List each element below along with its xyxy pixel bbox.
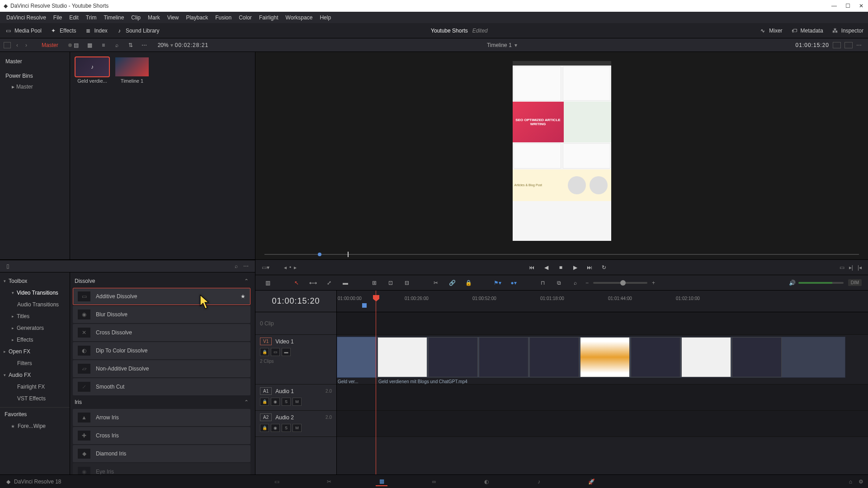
menu-item[interactable]: Color [235, 13, 255, 23]
track-enable-icon[interactable]: ▬ [282, 348, 291, 356]
menu-item[interactable]: Help [316, 13, 335, 23]
dynamic-trim-tool[interactable]: ⤢ [323, 278, 335, 288]
transition-cross-dissolve[interactable]: ✕Cross Dissolve [73, 324, 250, 341]
menu-item[interactable]: Mark [144, 13, 164, 23]
clip-item[interactable]: Timeline 1 [115, 57, 149, 84]
stop-button[interactable]: ■ [557, 263, 565, 272]
track-tag[interactable]: A2 [260, 413, 272, 421]
loop-button[interactable]: ↻ [600, 263, 608, 272]
viewer-scrubber[interactable] [255, 249, 868, 259]
marker-dot-icon[interactable]: • [289, 264, 291, 271]
overwrite-clip-icon[interactable]: ⊡ [385, 278, 396, 288]
minimize-button[interactable]: — [831, 3, 837, 9]
metadata-toggle[interactable]: 🏷Metadata [791, 27, 823, 34]
effects-toggle[interactable]: ✦Effects [50, 27, 76, 34]
category-fairlightfx[interactable]: Fairlight FX [0, 381, 70, 393]
volume-control[interactable]: 🔊 [789, 280, 844, 286]
maximize-button[interactable]: ☐ [844, 3, 851, 9]
category-generators[interactable]: Generators [0, 322, 70, 334]
track-mute-icon[interactable]: M [292, 398, 302, 406]
transition-dip-to-color[interactable]: ◐Dip To Color Dissolve [73, 342, 250, 359]
viewer-more-icon[interactable]: ⋯ [856, 42, 862, 48]
audio-track-header[interactable]: A1Audio 12.0 🔒◉SM [255, 385, 336, 411]
play-reverse-button[interactable]: ◀ [542, 263, 550, 272]
video-track-header[interactable]: V1Video 1 🔒▭▬ 2 Clips [255, 335, 336, 385]
favorite-star-icon[interactable]: ★ [241, 293, 245, 300]
link-selection-icon[interactable]: ⧉ [553, 278, 565, 288]
play-button[interactable]: ▶ [571, 263, 579, 272]
zoom-in-icon[interactable]: + [652, 280, 655, 286]
track-solo-icon[interactable]: S [282, 398, 291, 406]
flag-icon[interactable]: ⚑▾ [491, 278, 503, 288]
transition-cross-iris[interactable]: ✚Cross Iris [73, 427, 250, 444]
category-filters[interactable]: Filters [0, 357, 70, 369]
step-in-icon[interactable]: |◂ [858, 264, 862, 271]
collapse-icon[interactable]: ⌃ [244, 399, 249, 405]
transition-blur-dissolve[interactable]: ◉Blur Dissolve [73, 306, 250, 323]
sort-icon[interactable]: ⇅ [126, 42, 135, 49]
menu-item[interactable]: File [50, 13, 66, 23]
track-arm-icon[interactable]: ◉ [271, 398, 280, 406]
category-vstfx[interactable]: VST Effects [0, 393, 70, 404]
menu-item[interactable]: DaVinci Resolve [3, 13, 50, 23]
transition-smooth-cut[interactable]: ⟋Smooth Cut [73, 378, 250, 395]
video-track[interactable]: Geld ver... Geld verdienen mit Blogs und… [337, 335, 868, 385]
timeline-name[interactable]: Timeline 1 [487, 42, 512, 48]
track-tag[interactable]: A1 [260, 387, 272, 395]
playhead-marker[interactable] [348, 252, 349, 257]
marker-icon[interactable]: ●▾ [508, 278, 519, 288]
view-thumb-icon[interactable]: ▦ [85, 42, 94, 49]
menu-item[interactable]: View [164, 13, 183, 23]
panel-layout-icon[interactable]: ▯ [4, 263, 12, 269]
track-lock-icon[interactable]: 🔒 [260, 348, 269, 356]
menu-item[interactable]: Fusion [212, 13, 235, 23]
clip-item[interactable]: ♪ Geld verdie... [75, 57, 109, 84]
category-effects[interactable]: Effects [0, 334, 70, 346]
zoom-dropdown-icon[interactable]: ▾ [169, 42, 175, 48]
viewer-option-icon[interactable] [833, 42, 841, 48]
step-out-icon[interactable]: ▸| [849, 264, 853, 271]
dim-button[interactable]: DIM [848, 279, 862, 286]
menu-item[interactable]: Clip [127, 13, 144, 23]
audio-track[interactable] [337, 411, 868, 437]
lock-icon[interactable]: 🔒 [462, 278, 474, 288]
transition-arrow-iris[interactable]: ▲Arrow Iris [73, 409, 250, 426]
menu-item[interactable]: Playback [182, 13, 212, 23]
view-list-icon[interactable]: ▤ [72, 42, 81, 49]
viewer-zoom[interactable]: 20% [158, 42, 169, 48]
breadcrumb-master[interactable]: Master [33, 42, 65, 48]
menu-item[interactable]: Workspace [282, 13, 316, 23]
category-video-transitions[interactable]: Video Transitions [0, 287, 70, 299]
out-overlay-icon[interactable]: ▭ [840, 264, 844, 271]
track-solo-icon[interactable]: S [282, 424, 291, 432]
video-clip[interactable] [337, 337, 377, 378]
more-icon[interactable]: ⋯ [140, 42, 149, 49]
fusion-page[interactable]: ∞ [428, 477, 440, 486]
in-point-marker[interactable] [318, 253, 321, 256]
timeline-playhead[interactable] [376, 291, 376, 474]
in-point[interactable] [362, 303, 367, 308]
track-lock-icon[interactable]: 🔒 [260, 398, 269, 406]
fx-group-header[interactable]: Iris⌃ [73, 396, 250, 408]
blade-all-icon[interactable]: ✂ [430, 278, 442, 288]
fx-group-header[interactable]: Dissolve⌃ [73, 275, 250, 287]
power-bin-master[interactable]: ▸Master [4, 82, 66, 92]
edit-page[interactable]: ▦ [376, 477, 387, 486]
category-openfx[interactable]: Open FX [0, 346, 70, 357]
media-page[interactable]: ▭ [271, 477, 283, 486]
track-tag[interactable]: V1 [260, 338, 272, 345]
bypass-icon[interactable]: ▭▾ [262, 264, 269, 271]
track-auto-icon[interactable]: ▭ [271, 348, 280, 356]
home-icon[interactable]: ⌂ [849, 479, 852, 485]
zoom-search-icon[interactable]: ⌕ [569, 278, 581, 288]
power-bins-header[interactable]: Power Bins [4, 69, 66, 82]
timeline-options-icon[interactable]: ▥ [262, 278, 274, 288]
replace-clip-icon[interactable]: ⊟ [401, 278, 413, 288]
bin-master[interactable]: Master [4, 56, 66, 69]
snap-icon[interactable]: ⊓ [537, 278, 548, 288]
audio-track-header[interactable]: A2Audio 22.0 🔒◉SM [255, 411, 336, 437]
media-pool-toggle[interactable]: ▭Media Pool [5, 27, 42, 34]
deliver-page[interactable]: 🚀 [585, 477, 597, 486]
more-icon[interactable]: ⋯ [241, 263, 251, 269]
trim-tool[interactable]: ⟷ [307, 278, 319, 288]
